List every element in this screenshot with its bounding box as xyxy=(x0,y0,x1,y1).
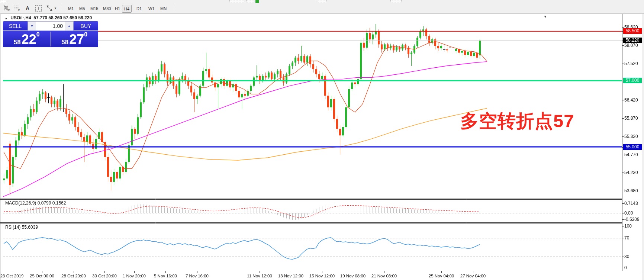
price-axis-label: 56.420 xyxy=(624,97,638,103)
buy-button[interactable]: BUY xyxy=(74,21,98,31)
price-axis-label: 54.770 xyxy=(624,152,638,157)
trade-panel-price-row: 58 22 0 58 27 0 xyxy=(3,31,98,47)
chart-annotation-text: 多空转折点57 xyxy=(460,109,574,133)
date-axis-label: 21 Nov 08:00 xyxy=(366,274,403,278)
volume-spinner: ▼ 1.00 ▲ xyxy=(28,21,74,31)
price-axis-label: 54.230 xyxy=(624,170,638,175)
volume-value[interactable]: 1.00 xyxy=(36,22,65,30)
ask-price-sup: 0 xyxy=(84,32,87,38)
price-axis-badge: 58.500 xyxy=(623,28,642,34)
grid-icon[interactable]: F xyxy=(13,4,22,12)
trade-panel-top-row: SELL ▼ 1.00 ▲ BUY xyxy=(3,21,98,31)
toolbar-fragment xyxy=(318,0,327,3)
price-axis-label: 57.520 xyxy=(624,61,638,66)
volume-increase-button[interactable]: ▲ xyxy=(65,22,73,30)
symbol-collapse-icon[interactable]: ▲ xyxy=(4,16,8,20)
toolbar-fragment xyxy=(0,0,6,3)
symbol-ohlc: 57.770 58.260 57.650 58.220 xyxy=(33,15,92,20)
svg-text:F: F xyxy=(18,9,20,12)
rsi-label: RSI(14) 55.6039 xyxy=(5,225,38,230)
bid-price-big: 22 xyxy=(22,34,36,45)
volume-decrease-button[interactable]: ▼ xyxy=(28,22,36,30)
toolbar-fragment xyxy=(229,0,244,3)
price-axis-label: 58.070 xyxy=(624,43,638,48)
timeframe-button-H4[interactable]: H4 xyxy=(122,5,132,13)
price-axis-badge: 58.220 xyxy=(623,38,642,43)
timeframe-button-H1[interactable]: H1 xyxy=(113,5,122,12)
toolbar-separator xyxy=(175,5,175,12)
bid-price-sup: 0 xyxy=(36,32,40,38)
price-axis-badge: 55.000 xyxy=(623,144,642,150)
toolbar: E F A T ▼ M1M5M15M30H1H4D1W1MN xyxy=(0,4,644,14)
sell-button[interactable]: SELL xyxy=(3,21,28,31)
symbol-name: USOil-,H4 xyxy=(10,15,31,20)
chart-candles-icon[interactable]: E xyxy=(2,4,11,12)
textbox-icon[interactable]: T xyxy=(34,4,42,12)
timeframe-button-M5[interactable]: M5 xyxy=(77,5,87,12)
mt4-window: E F A T ▼ M1M5M15M30H1H4D1W1MN ▲ USOil-,… xyxy=(0,0,644,280)
scroll-to-end-icon[interactable]: ▼ xyxy=(544,15,547,19)
ask-price-big: 27 xyxy=(69,34,84,45)
timeframe-button-M1[interactable]: M1 xyxy=(66,5,75,12)
text-a-glyph: A xyxy=(26,5,29,11)
macd-axis-label: -0.5209 xyxy=(624,217,640,222)
price-axis-label: 55.870 xyxy=(624,116,638,121)
macd-axis-label: 0.00 xyxy=(624,210,633,216)
macd-axis-label: 0.7143 xyxy=(624,201,638,206)
text-a-icon[interactable]: A xyxy=(24,4,31,12)
cursor-arrows-icon[interactable]: ▼ xyxy=(46,4,57,12)
price-axis-badge: 57.000 xyxy=(623,78,642,83)
rsi-axis-label: 30 xyxy=(624,254,629,259)
price-axis-label: 55.320 xyxy=(624,134,638,139)
timeframe-button-W1[interactable]: W1 xyxy=(146,5,157,12)
timeframe-button-MN[interactable]: MN xyxy=(158,5,168,12)
ask-price-small: 58 xyxy=(61,39,68,45)
macd-label: MACD(12,26,9) 0.0799 0.1562 xyxy=(5,200,66,206)
bid-price[interactable]: 58 22 0 xyxy=(3,31,51,47)
date-axis-label: 7 Nov 16:00 xyxy=(178,274,216,278)
one-click-trade-panel: SELL ▼ 1.00 ▲ BUY 58 22 0 58 27 0 xyxy=(3,21,98,47)
symbol-header: ▲ USOil-,H4 57.770 58.260 57.650 58.220 xyxy=(4,15,92,20)
rsi-axis-label: 100 xyxy=(624,223,632,229)
toolbar-fragment xyxy=(246,0,254,3)
date-axis-label: 27 Nov 04:00 xyxy=(454,274,492,278)
bid-price-small: 58 xyxy=(14,39,21,45)
rsi-axis-label: 70 xyxy=(624,235,629,241)
timeframe-button-D1[interactable]: D1 xyxy=(135,5,144,12)
timeframe-button-M30[interactable]: M30 xyxy=(101,5,113,12)
toolbar-fragment xyxy=(390,0,402,3)
ask-price[interactable]: 58 27 0 xyxy=(51,31,99,47)
textbox-glyph: T xyxy=(35,5,42,12)
timeframe-button-M15[interactable]: M15 xyxy=(88,5,100,12)
toolbar-separator xyxy=(62,5,62,12)
rsi-axis-label: 0 xyxy=(624,265,627,270)
toolbar-fragment-green xyxy=(255,0,259,3)
svg-text:E: E xyxy=(8,9,10,12)
price-axis-label: 53.680 xyxy=(624,188,638,193)
